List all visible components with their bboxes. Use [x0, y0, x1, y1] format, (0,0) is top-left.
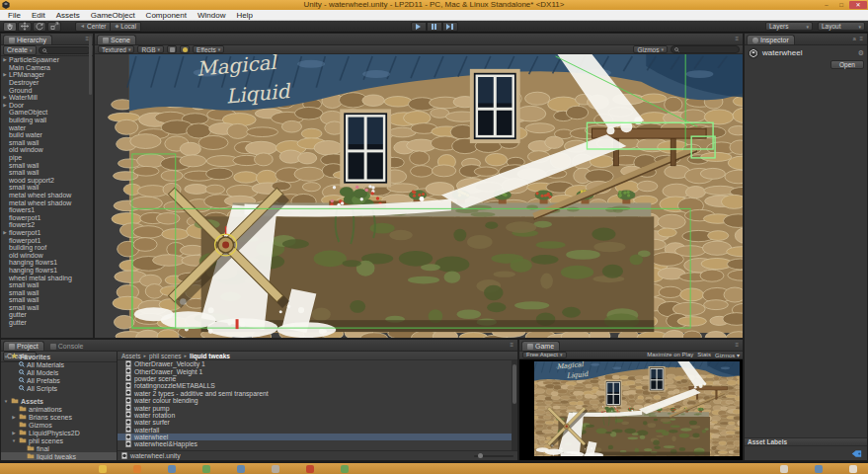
hierarchy-item[interactable]: small wall [1, 288, 93, 296]
pause-button[interactable] [427, 22, 442, 32]
hierarchy-item[interactable]: building wall [1, 117, 93, 124]
hierarchy-search-input[interactable] [39, 46, 91, 54]
taskbar-app-icon[interactable] [202, 465, 210, 473]
rotate-tool-button[interactable] [33, 22, 46, 32]
tab-scene[interactable]: Scene [97, 35, 136, 44]
menu-assets[interactable]: Assets [51, 10, 85, 21]
expand-arrow-icon[interactable]: ▶ [1, 72, 9, 77]
hierarchy-item[interactable]: Main Camera [1, 64, 93, 72]
taskbar-app-icon[interactable] [306, 465, 314, 473]
panel-menu-icon[interactable]: ≡ [735, 342, 740, 348]
scene-viewport[interactable]: MagicalLiquid [95, 54, 743, 338]
project-tree-item[interactable]: ▶Brians scenes [1, 413, 117, 421]
hierarchy-item[interactable]: flowers2 [1, 221, 93, 229]
taskbar-app-icon[interactable] [780, 465, 788, 473]
expand-arrow-icon[interactable]: ▶ [1, 230, 9, 235]
scene-2d-toggle[interactable] [167, 45, 177, 53]
hierarchy-item[interactable]: GameObject [1, 109, 93, 117]
hierarchy-item[interactable]: hanging flowrs1 [1, 267, 93, 275]
asset-item[interactable]: water rotation [118, 412, 512, 419]
asset-list-scrollbar[interactable] [512, 360, 517, 450]
asset-item[interactable]: OtherDrawer_Weight 1 [118, 367, 512, 374]
scene-lighting-toggle[interactable] [180, 45, 190, 53]
hierarchy-item[interactable]: small wall [1, 139, 93, 147]
layout-dropdown[interactable]: Layout▾ [818, 22, 865, 31]
hierarchy-item[interactable]: building roof [1, 244, 93, 252]
taskbar-app-icon[interactable] [849, 465, 857, 473]
hierarchy-item[interactable]: flowerpot1 [1, 236, 93, 244]
expand-arrow-icon[interactable]: ▶ [11, 431, 17, 435]
tab-project[interactable]: Project [3, 341, 44, 351]
taskbar-app-icon[interactable] [133, 465, 141, 473]
hierarchy-item[interactable]: hanging flowrs1 [1, 259, 93, 267]
asset-item[interactable]: powder scene [118, 375, 512, 382]
taskbar-app-icon[interactable] [237, 465, 245, 473]
hierarchy-create-button[interactable]: Create▾ [3, 45, 37, 55]
hierarchy-item[interactable]: small wall [1, 169, 93, 177]
project-tree-item[interactable]: ▶LiquidPhysics2D [1, 429, 117, 436]
label-tag-icon[interactable] [851, 449, 862, 458]
asset-item[interactable]: water pump [118, 404, 512, 411]
aspect-dropdown[interactable]: Free Aspect▾ [522, 352, 567, 358]
breadcrumb-folder[interactable]: phil scenes [149, 353, 182, 359]
asset-item[interactable]: waterfall [118, 427, 512, 434]
thumbnail-zoom-slider[interactable] [474, 455, 513, 457]
taskbar-app-icon[interactable] [168, 465, 176, 473]
space-toggle-button[interactable]: ◆Local [111, 22, 140, 32]
hierarchy-item[interactable]: ▶Door [1, 102, 93, 110]
scene-gizmos-dropdown[interactable]: Gizmos▾ [633, 45, 668, 53]
hierarchy-item[interactable]: small wall [1, 161, 93, 169]
hierarchy-item[interactable]: metal wheel shadow [1, 192, 93, 199]
scale-tool-button[interactable] [47, 22, 61, 32]
tab-hierarchy[interactable]: Hierarchy [3, 35, 52, 44]
hierarchy-item[interactable]: small wall [1, 304, 93, 312]
expand-arrow-icon[interactable]: ▼ [3, 399, 9, 404]
step-button[interactable] [442, 22, 458, 32]
project-tree-item[interactable]: animations [1, 405, 117, 413]
hierarchy-item[interactable]: old window [1, 251, 93, 259]
hierarchy-item[interactable]: build water [1, 131, 93, 139]
hierarchy-item[interactable]: ▶WaterMill [1, 94, 93, 102]
project-tree-item[interactable]: All Scripts [1, 384, 117, 392]
hierarchy-item[interactable]: small wall [1, 281, 93, 289]
project-tree-item[interactable]: final [1, 444, 117, 452]
close-button[interactable]: ✕ [849, 1, 867, 9]
maximize-button[interactable]: □ [834, 1, 848, 9]
taskbar-app-icon[interactable] [272, 465, 279, 473]
hierarchy-item[interactable]: ▶ParticleSpawner [1, 56, 93, 64]
stats-toggle[interactable]: Stats [697, 352, 711, 358]
hierarchy-scrollbar[interactable] [89, 36, 92, 95]
hierarchy-item[interactable]: small wall [1, 296, 93, 304]
tab-console[interactable]: Console [44, 341, 90, 351]
expand-arrow-icon[interactable]: ▶ [1, 103, 9, 108]
hierarchy-item[interactable]: gutter [1, 319, 93, 327]
scene-search-input[interactable] [671, 45, 740, 53]
breadcrumb-current[interactable]: liquid tweaks [190, 353, 230, 359]
hierarchy-item[interactable]: flowers1 [1, 206, 93, 214]
menu-help[interactable]: Help [231, 10, 257, 21]
hierarchy-item[interactable]: Destroyer [1, 79, 93, 87]
project-tree-item[interactable]: All Materials [1, 360, 117, 368]
effects-dropdown[interactable]: Effects▾ [193, 45, 224, 53]
menu-component[interactable]: Component [141, 10, 192, 21]
taskbar-app-icon[interactable] [341, 465, 349, 473]
hand-tool-button[interactable] [3, 22, 17, 32]
hierarchy-item[interactable]: ▶LPManager [1, 71, 93, 79]
panel-menu-icon[interactable]: a ≡ [852, 36, 864, 41]
panel-menu-icon[interactable]: ≡ [735, 36, 740, 41]
menu-edit[interactable]: Edit [27, 10, 50, 21]
hierarchy-item[interactable]: wheel metal shading [1, 274, 93, 281]
breadcrumb-root[interactable]: Assets [121, 353, 141, 359]
expand-arrow-icon[interactable]: ▼ [11, 438, 17, 443]
expand-arrow-icon[interactable]: ▼ [3, 355, 9, 359]
expand-arrow-icon[interactable]: ▶ [1, 57, 9, 62]
hierarchy-item[interactable]: ▶flowerpot1 [1, 229, 93, 237]
game-gizmos-dropdown[interactable]: Gizmos ▾ [715, 352, 740, 358]
hierarchy-item[interactable]: pipe [1, 154, 93, 162]
hierarchy-item[interactable]: old window [1, 146, 93, 154]
asset-item[interactable]: water 2 types - additive and semi transp… [118, 390, 512, 397]
project-tree-item[interactable]: ▼Favorites [1, 353, 117, 360]
project-tree-item[interactable]: All Prefabs [1, 376, 117, 384]
gear-icon[interactable]: ⚙ [858, 49, 864, 57]
hierarchy-item[interactable]: small wall [1, 184, 93, 192]
